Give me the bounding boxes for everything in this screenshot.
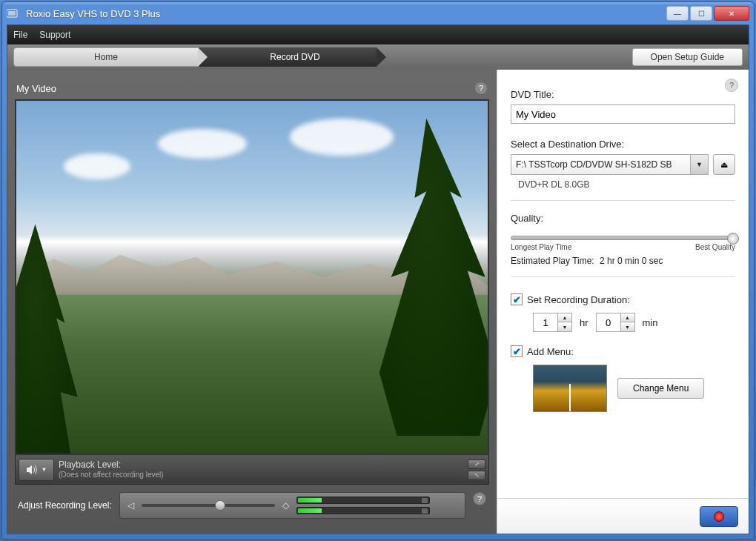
record-button[interactable] (700, 506, 738, 527)
settings-panel: ? DVD Title: Select a Destination Drive:… (497, 70, 749, 534)
vu-meters (296, 497, 430, 514)
titlebar: Roxio Easy VHS to DVD 3 Plus — ☐ ✕ (2, 2, 754, 24)
eject-button[interactable]: ⏏ (713, 154, 735, 175)
mute-button[interactable]: ▼ (19, 459, 54, 481)
quality-slider[interactable] (511, 236, 735, 240)
adjust-recording-label: Adjust Recording Level: (18, 500, 112, 511)
expand-out-icon[interactable]: ⤢ (468, 459, 485, 469)
playback-level-note: (Does not affect recording level) (59, 471, 463, 479)
duration-hours-input[interactable] (533, 313, 558, 332)
expand-in-icon[interactable]: ⤡ (468, 471, 485, 480)
add-menu-label: Add Menu: (527, 346, 574, 357)
destination-drive-select[interactable]: F:\ TSSTcorp CD/DVDW SH-S182D SB ▼ (511, 154, 709, 175)
recording-level-slider[interactable] (142, 504, 275, 507)
preview-panel: My Video ? ▼ Playback L (7, 70, 497, 534)
set-duration-label: Set Recording Duration: (527, 294, 630, 305)
hours-unit-label: hr (580, 317, 588, 328)
duration-minutes-input[interactable] (596, 313, 621, 332)
minutes-unit-label: min (643, 317, 658, 328)
dvd-title-input[interactable] (511, 104, 735, 124)
drive-selected-value: F:\ TSSTcorp CD/DVDW SH-S182D SB (516, 159, 672, 170)
app-window: Roxio Easy VHS to DVD 3 Plus — ☐ ✕ File … (1, 1, 755, 540)
window-title: Roxio Easy VHS to DVD 3 Plus (26, 8, 666, 19)
menubar: File Support (7, 25, 749, 44)
tab-record-dvd[interactable]: Record DVD (199, 47, 377, 67)
preview-title: My Video (16, 83, 474, 94)
estimated-time-label: Estimated Play Time: (511, 256, 594, 266)
menu-file[interactable]: File (13, 30, 27, 40)
tab-record-label: Record DVD (270, 52, 319, 62)
slider-thumb[interactable] (215, 500, 225, 511)
minutes-up-button[interactable]: ▲ (621, 313, 634, 322)
change-menu-button[interactable]: Change Menu (617, 378, 704, 399)
open-setup-guide-button[interactable]: Open Setup Guide (632, 48, 743, 66)
estimated-time-value: 2 hr 0 min 0 sec (600, 256, 663, 266)
video-preview (15, 99, 489, 455)
quality-label: Quality: (511, 213, 735, 224)
recording-level-box: ◁ ◇ (119, 492, 465, 519)
bottom-bar (497, 498, 749, 534)
maximize-button[interactable]: ☐ (690, 6, 712, 21)
set-duration-checkbox[interactable]: ✔ (511, 293, 523, 305)
quality-min-label: Longest Play Time (511, 243, 571, 251)
tab-home[interactable]: Home (13, 47, 199, 67)
drive-media-info: DVD+R DL 8.0GB (518, 179, 735, 190)
help-icon[interactable]: ? (725, 79, 738, 92)
close-button[interactable]: ✕ (714, 6, 749, 21)
add-menu-checkbox[interactable]: ✔ (511, 345, 523, 357)
svg-rect-1 (8, 11, 16, 16)
app-icon (7, 8, 20, 19)
eject-icon: ⏏ (720, 160, 728, 170)
playback-level-label: Playback Level: (59, 459, 463, 470)
minutes-down-button[interactable]: ▼ (621, 322, 634, 331)
hours-up-button[interactable]: ▲ (558, 313, 571, 322)
hours-down-button[interactable]: ▼ (558, 322, 571, 331)
minus-icon: ◁ (127, 500, 134, 511)
help-icon[interactable]: ? (474, 82, 488, 95)
plus-icon: ◇ (282, 500, 289, 511)
menu-support[interactable]: Support (39, 30, 70, 40)
dvd-title-label: DVD Title: (511, 89, 735, 100)
quality-max-label: Best Quality (695, 243, 735, 251)
playback-bar: ▼ Playback Level: (Does not affect recor… (15, 455, 489, 485)
tab-home-label: Home (94, 52, 118, 62)
video-frame (16, 101, 488, 454)
tab-row: Home Record DVD Open Setup Guide (7, 44, 749, 70)
help-icon[interactable]: ? (473, 492, 486, 505)
chevron-down-icon: ▼ (42, 466, 47, 473)
app-body: File Support Home Record DVD Open Setup … (7, 24, 749, 534)
slider-thumb[interactable] (727, 233, 739, 245)
chevron-down-icon: ▼ (690, 155, 708, 174)
menu-thumbnail[interactable] (533, 365, 607, 412)
destination-drive-label: Select a Destination Drive: (511, 139, 735, 150)
minimize-button[interactable]: — (666, 6, 689, 21)
record-icon (714, 511, 724, 522)
